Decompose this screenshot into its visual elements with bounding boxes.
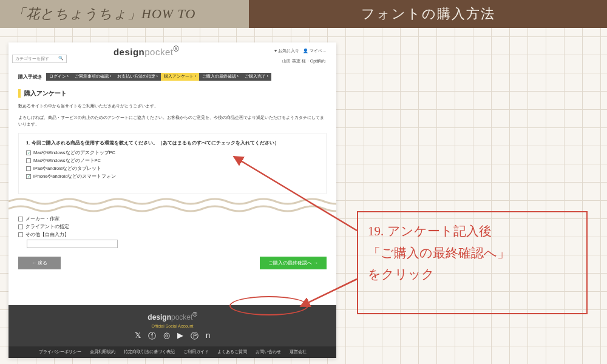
youtube-icon[interactable]: ▶ [177,331,183,342]
option-label: iPhoneやandroidなどのスマートフォン [33,174,116,180]
header-left-title: 「花とちょうちょ」HOW TO [0,0,249,28]
logo-part-b: pocket [144,47,173,57]
survey-option[interactable]: ✓MacやWindowsなどのデスクトップPC [26,150,319,156]
survey-option[interactable]: iPadやandroidなどのタブレット [26,166,319,172]
other-freetext-input[interactable] [27,240,118,248]
section-heading: 購入アンケート [18,89,327,98]
search-input[interactable]: カテゴリーを探す 🔍 [12,55,67,63]
next-button[interactable]: ご購入の最終確認へ → [260,257,327,269]
facebook-icon[interactable]: ⓕ [148,331,156,342]
checkbox-icon[interactable]: ✓ [26,150,31,155]
question-1-box: 1. 今回ご購入される商品を使用する環境を教えてください。（あてはまるものすべて… [18,133,327,194]
survey-option[interactable]: ✓iPhoneやandroidなどのスマートフォン [26,174,319,180]
question-1-text: 1. 今回ご購入される商品を使用する環境を教えてください。（あてはまるものすべて… [26,140,319,146]
header-right-title: フォントの購入方法 [249,0,607,28]
callout-line-2: 「ご購入の最終確認へ」 [368,243,577,265]
checkout-steps: ログイン ›ご同意事項の確認 ›お支払い方法の指定 ›購入アンケート ›ご購入の… [46,73,271,81]
intro-text-1: 数あるサイトの中から当サイトをご利用いただきありがとうございます。 [18,103,327,109]
option-label: その他【自由入力】 [25,232,69,238]
social-label: Official Social Account [8,324,336,328]
option-label: メーカー・作家 [25,216,59,222]
checkbox-icon[interactable] [26,158,31,163]
site-logo: designpocket® [114,45,179,57]
footer-link[interactable]: お問い合わせ [256,349,281,355]
checkbox-icon[interactable] [18,224,23,229]
footer-link[interactable]: 運営会社 [290,349,307,355]
footer-link[interactable]: よくあるご質問 [217,349,247,355]
option-label: MacやWindowsなどのノートPC [33,158,101,164]
survey-option[interactable]: MacやWindowsなどのノートPC [26,158,319,164]
intro-text-2: よろしければ、商品・サービスの向上のためのアンケートにご協力ください。お客様から… [18,114,327,127]
checkbox-icon[interactable] [18,217,23,221]
x-icon[interactable]: 𝕏 [135,331,141,342]
option-label: MacやWindowsなどのデスクトップPC [33,150,115,156]
tutorial-header: 「花とちょうちょ」HOW TO フォントの購入方法 [0,0,607,28]
mypage-link[interactable]: 👤 マイペ… [303,49,327,53]
footer-link[interactable]: ご利用ガイド [183,349,209,355]
footer-link[interactable]: 特定商取引法に基づく表記 [124,349,175,355]
favorites-link[interactable]: ♥ お気に入り [274,49,299,53]
content-omission-wave [8,197,336,214]
survey-option[interactable]: メーカー・作家 [18,216,327,222]
logo-part-a: design [114,47,144,57]
option-label: クライアントの指定 [25,224,69,230]
checkout-step: ログイン › [46,73,72,81]
footer-link[interactable]: 会員利用規約 [90,349,115,355]
pinterest-icon[interactable]: Ⓟ [191,331,198,342]
survey-option[interactable]: クライアントの指定 [18,224,327,230]
checkbox-icon[interactable] [26,166,31,171]
search-icon: 🔍 [58,56,64,62]
footer-links-row: プライバシーポリシー会員利用規約特定商取引法に基づく表記ご利用ガイドよくあるご質… [8,346,336,358]
footer-link[interactable]: プライバシーポリシー [39,349,81,355]
checkout-step: お支払い方法の指定 › [114,73,161,81]
instruction-callout: 19. アンケート記入後 「ご購入の最終確認へ」 をクリック [357,211,588,314]
option-label: iPadやandroidなどのタブレット [33,166,101,172]
back-button[interactable]: ← 戻る [18,257,61,269]
note-icon[interactable]: n [206,331,210,342]
checkbox-icon[interactable]: ✓ [26,174,31,179]
checkout-step: ご購入完了 › [242,73,271,81]
checkout-steps-label: 購入手続き [18,73,42,80]
callout-line-3: をクリック [368,264,577,286]
instagram-icon[interactable]: ◎ [163,331,170,342]
callout-line-1: 19. アンケート記入後 [368,221,577,243]
checkout-step: ご同意事項の確認 › [72,73,114,81]
highlight-oval-next-button [229,296,308,315]
checkout-step: ご購入の最終確認 › [199,73,242,81]
checkbox-icon[interactable] [18,232,23,237]
social-icons-row: 𝕏ⓕ◎▶Ⓟn [8,331,336,342]
survey-option[interactable]: その他【自由入力】 [18,232,327,238]
checkout-step: 購入アンケート › [161,73,199,81]
